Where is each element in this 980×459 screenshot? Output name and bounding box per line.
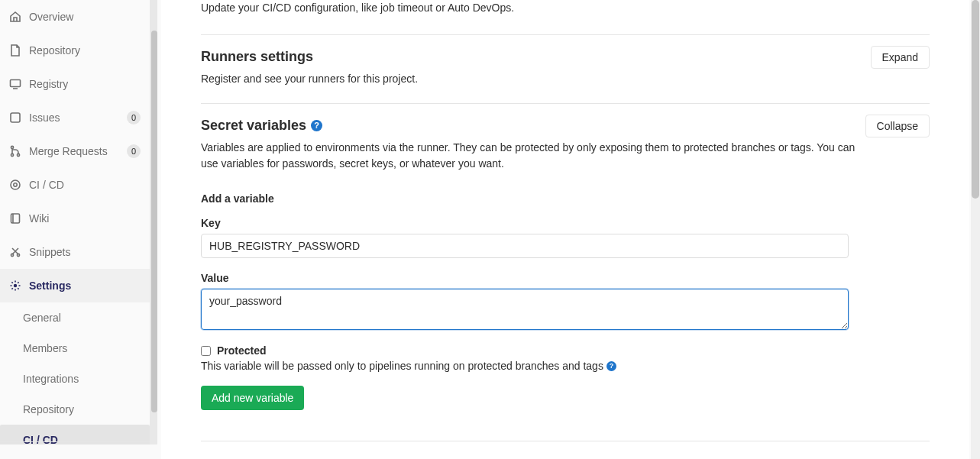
sidebar-sub-integrations[interactable]: Integrations <box>0 364 150 394</box>
protected-hint-text: This variable will be passed only to pip… <box>201 360 603 372</box>
svg-rect-7 <box>11 214 20 223</box>
issues-badge: 0 <box>127 111 141 124</box>
file-icon <box>9 44 21 57</box>
sidebar-item-cicd[interactable]: CI / CD <box>0 168 150 202</box>
monitor-icon <box>9 78 21 90</box>
sidebar-sub-repository[interactable]: Repository <box>0 394 150 425</box>
sidebar-item-merge-requests[interactable]: Merge Requests 0 <box>0 134 150 168</box>
home-icon <box>9 11 21 23</box>
sidebar-item-wiki[interactable]: Wiki <box>0 202 150 235</box>
merge-badge: 0 <box>127 144 141 158</box>
sidebar-item-label: Overview <box>29 11 141 23</box>
scissors-icon <box>9 246 21 258</box>
runners-title: Runners settings <box>201 49 313 65</box>
sidebar-item-label: Merge Requests <box>29 145 127 157</box>
secret-variables-section: Secret variables ? Collapse Variables ar… <box>201 103 930 459</box>
key-label: Key <box>201 217 930 229</box>
sidebar-item-label: Wiki <box>29 212 141 225</box>
protected-row: Protected <box>201 344 930 357</box>
add-variable-form: Add a variable Key Value your_password P… <box>201 192 930 410</box>
svg-point-2 <box>11 146 13 148</box>
scrollbar-thumb[interactable] <box>151 31 157 412</box>
sidebar-item-repository[interactable]: Repository <box>0 34 150 67</box>
sidebar-item-label: Settings <box>29 280 141 292</box>
cicd-icon <box>9 179 21 191</box>
secrets-collapse-button[interactable]: Collapse <box>865 115 930 137</box>
value-textarea[interactable]: your_password <box>201 289 849 330</box>
sidebar: Overview Repository Registry Issues 0 Me… <box>0 0 150 444</box>
svg-point-6 <box>14 183 17 186</box>
svg-point-4 <box>17 154 19 156</box>
help-icon[interactable]: ? <box>606 361 616 371</box>
protected-hint: This variable will be passed only to pip… <box>201 360 930 372</box>
sidebar-item-label: Snippets <box>29 246 141 258</box>
sidebar-item-label: Repository <box>29 44 141 57</box>
sidebar-divider <box>0 441 150 442</box>
sidebar-item-snippets[interactable]: Snippets <box>0 235 150 269</box>
runners-desc: Register and see your runners for this p… <box>201 71 865 88</box>
secrets-title: Secret variables ? <box>201 118 322 134</box>
sidebar-item-settings[interactable]: Settings <box>0 269 150 302</box>
help-icon[interactable]: ? <box>311 120 322 131</box>
secrets-title-text: Secret variables <box>201 118 306 134</box>
issues-icon <box>9 112 21 124</box>
merge-icon <box>9 145 21 157</box>
secrets-desc: Variables are applied to environments vi… <box>201 140 865 173</box>
protected-label: Protected <box>217 344 267 357</box>
runners-section: Runners settings Expand Register and see… <box>201 34 930 103</box>
svg-rect-0 <box>11 80 21 87</box>
sidebar-scrollbar[interactable] <box>149 0 157 444</box>
runners-expand-button[interactable]: Expand <box>871 46 930 69</box>
key-input[interactable] <box>201 234 849 258</box>
value-label: Value <box>201 272 930 284</box>
add-variable-heading: Add a variable <box>201 192 930 205</box>
general-pipelines-desc: Update your CI/CD configuration, like jo… <box>201 0 930 16</box>
sidebar-item-registry[interactable]: Registry <box>0 67 150 101</box>
sidebar-item-issues[interactable]: Issues 0 <box>0 101 150 134</box>
sidebar-item-label: CI / CD <box>29 179 141 191</box>
sidebar-sub-members[interactable]: Members <box>0 333 150 364</box>
svg-point-3 <box>11 154 13 156</box>
add-variable-button[interactable]: Add new variable <box>201 386 304 410</box>
scrollbar-thumb[interactable] <box>972 0 979 199</box>
your-variables-heading: Your variables (3) <box>201 441 930 459</box>
sidebar-item-overview[interactable]: Overview <box>0 0 150 34</box>
protected-checkbox[interactable] <box>201 346 211 356</box>
svg-point-5 <box>11 180 20 189</box>
main-content: Update your CI/CD configuration, like jo… <box>161 0 969 459</box>
svg-rect-1 <box>11 113 20 122</box>
sidebar-item-label: Issues <box>29 112 127 124</box>
svg-point-10 <box>14 284 17 287</box>
main-scrollbar[interactable] <box>971 0 980 459</box>
sidebar-item-label: Registry <box>29 78 141 90</box>
sidebar-sub-general[interactable]: General <box>0 302 150 333</box>
gear-icon <box>9 280 21 292</box>
book-icon <box>9 212 21 225</box>
